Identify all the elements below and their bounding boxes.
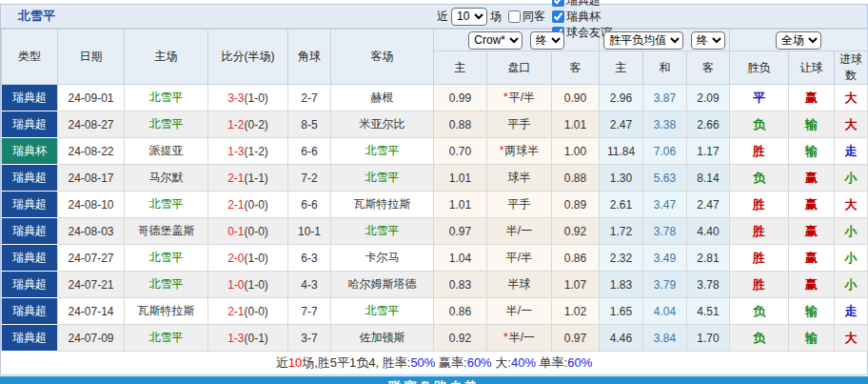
- outcome-result-cell: 胜: [730, 245, 789, 272]
- avg-type-select[interactable]: 胜平负均值: [603, 31, 683, 50]
- avg-away-odds-cell: 2.81: [687, 245, 730, 272]
- handicap-result-cell-text: 输: [805, 117, 818, 131]
- away-odds-cell: 0.92: [552, 218, 600, 245]
- avg-away-odds-cell: 3.78: [687, 272, 730, 298]
- corner-score-cell: 3-7: [288, 325, 331, 352]
- away-team-name: 北雪平: [365, 304, 400, 317]
- match-count-select[interactable]: 10: [451, 8, 487, 26]
- match-row: 瑞典超24-08-10北雪平2-1(0-0)6-6瓦斯特拉斯1.01平手0.89…: [2, 192, 868, 218]
- home-team-cell: 北雪平: [125, 111, 208, 138]
- league-trend-link[interactable]: 联赛盘路走势: [0, 376, 868, 384]
- matches-table: 类型 日期 主场 比分(半场) 角球 客场 Crow* 终 胜平负均值 终 全场: [1, 29, 868, 352]
- match-date-cell: 24-08-10: [58, 192, 125, 218]
- same-away-label: 同客: [523, 9, 545, 25]
- goals-result-cell: 小: [835, 218, 868, 245]
- avg-home-odds-cell: 2.61: [600, 192, 643, 218]
- summary-segment: 10: [288, 355, 302, 370]
- handicap-cell: *两球半: [487, 138, 552, 165]
- league-filter-label: 瑞典杯: [566, 9, 601, 25]
- summary-segment: 大:: [492, 355, 511, 370]
- avg-away-odds-cell: 2.09: [687, 85, 730, 111]
- handicap-result-cell: 输: [789, 325, 835, 352]
- league-filter-checkbox[interactable]: [552, 10, 564, 23]
- goals-result-cell-text: 大: [845, 197, 858, 212]
- col-header-type: 类型: [2, 30, 58, 85]
- avg-away-odds-cell: 4.51: [687, 298, 730, 325]
- avg-away-odds-cell: 4.40: [687, 218, 730, 245]
- summary-segment: 50%: [410, 355, 435, 370]
- handicap-change-star: *: [503, 91, 508, 104]
- handicap-result-cell: 赢: [789, 272, 835, 298]
- match-date-cell: 24-07-09: [58, 325, 125, 352]
- goals-result-cell: 小: [835, 245, 868, 272]
- handicap-cell: 球半: [487, 165, 552, 192]
- home-team-name: 哥德堡盖斯: [138, 224, 195, 237]
- home-team-cell: 北雪平: [125, 245, 208, 272]
- same-away-checkbox[interactable]: [508, 10, 521, 23]
- outcome-result-cell-text: 负: [753, 171, 765, 185]
- handicap-result-cell: 输: [789, 298, 835, 325]
- handicap-cell: 平/半: [487, 245, 552, 272]
- handicap-result-cell: 赢: [789, 245, 835, 272]
- away-team-name: 佐加顿斯: [360, 331, 405, 344]
- halftime-score: (1-1): [245, 172, 268, 185]
- home-team-cell: 北雪平: [125, 85, 208, 111]
- home-team-name: 北雪平: [149, 197, 184, 211]
- sub-header-avg-home: 主: [600, 51, 643, 85]
- avg-home-odds-cell: 1.72: [600, 218, 643, 245]
- odds-time-select[interactable]: 终: [530, 31, 564, 50]
- away-odds-cell: 1.02: [552, 298, 600, 325]
- away-odds-cell: 0.86: [552, 245, 600, 272]
- league-filter-checkbox[interactable]: [552, 0, 564, 7]
- away-odds-cell: 0.89: [552, 192, 600, 218]
- handicap-result-cell: 赢: [789, 218, 835, 245]
- avg-away-odds-cell: 1.17: [687, 138, 730, 165]
- goals-result-cell-text: 小: [845, 277, 858, 292]
- away-team-name: 北雪平: [365, 171, 400, 184]
- home-team-cell: 北雪平: [125, 192, 208, 218]
- fulltime-score: 1-2: [227, 118, 244, 131]
- halftime-score: (0-1): [245, 332, 268, 345]
- summary-segment: 60%: [467, 355, 492, 370]
- handicap-result-cell-text: 输: [805, 304, 818, 318]
- team-title: 北雪平: [18, 8, 55, 25]
- goals-result-cell: 大: [835, 325, 868, 352]
- matches-label: 场: [490, 9, 502, 25]
- match-row: 瑞典超24-08-27北雪平1-2(0-2)8-5米亚尔比0.88平手1.012…: [2, 111, 868, 138]
- col-header-away: 客场: [331, 30, 434, 85]
- avg-draw-odds-cell: 3.78: [643, 218, 687, 245]
- match-row: 瑞典超24-07-09北雪平1-3(0-1)3-7佐加顿斯0.92*半/一0.9…: [2, 325, 868, 352]
- odds-company-select[interactable]: Crow*: [468, 31, 523, 50]
- fulltime-score: 1-0: [227, 278, 244, 292]
- avg-draw-odds-cell: 3.38: [643, 111, 687, 138]
- sub-header-outcome: 胜负: [730, 51, 789, 85]
- home-team-name: 北雪平: [149, 251, 184, 264]
- avg-home-odds-cell: 2.47: [600, 111, 643, 138]
- halftime-score: (0-0): [245, 225, 268, 238]
- avg-draw-odds-cell: 5.63: [643, 165, 687, 192]
- match-date-cell: 24-08-27: [58, 111, 125, 138]
- corner-score-cell: 6-3: [288, 245, 331, 272]
- score-cell: 2-1(0-0): [208, 192, 288, 218]
- away-team-cell: 佐加顿斯: [331, 325, 434, 352]
- sub-header-avg-draw: 和: [643, 51, 687, 85]
- league-filter-label: 瑞典超: [566, 0, 601, 9]
- home-odds-cell: 0.92: [434, 325, 487, 352]
- score-cell: 1-2(0-2): [208, 111, 288, 138]
- outcome-result-cell: 负: [730, 298, 789, 325]
- avg-time-select[interactable]: 终: [691, 31, 725, 50]
- away-odds-cell: 1.00: [552, 138, 600, 165]
- outcome-result-cell-text: 胜: [753, 197, 765, 212]
- scope-select[interactable]: 全场: [776, 31, 821, 50]
- avg-away-odds-cell: 2.47: [687, 192, 730, 218]
- league-type-badge: 瑞典超: [2, 298, 58, 325]
- handicap-result-cell-text: 赢: [805, 251, 818, 265]
- handicap-cell: 平手: [487, 192, 552, 218]
- match-row: 瑞典超24-07-27北雪平2-0(1-0)6-3卡尔马1.04平/半0.862…: [2, 245, 868, 272]
- match-date-cell: 24-09-01: [58, 85, 125, 111]
- league-type-badge: 瑞典超: [2, 111, 58, 138]
- avg-away-odds-cell: 2.66: [687, 111, 730, 138]
- league-filter-option: 瑞典超: [548, 0, 612, 9]
- handicap-result-cell-text: 赢: [805, 91, 818, 105]
- corner-score-cell: 7-2: [288, 165, 331, 192]
